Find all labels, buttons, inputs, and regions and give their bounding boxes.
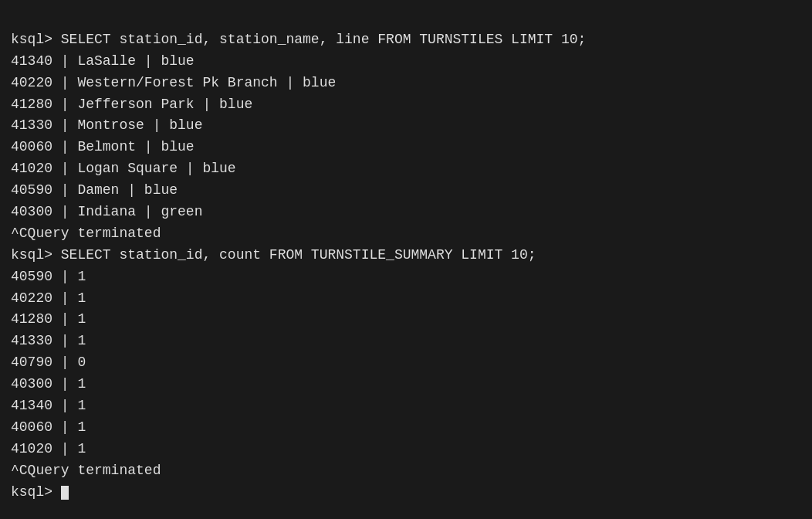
terminal-line-line22: ksql> [11, 482, 801, 504]
terminal-line-line10: ^CQuery terminated [11, 223, 801, 245]
terminal-line-line1: ksql> SELECT station_id, station_name, l… [11, 29, 801, 51]
terminal-cursor [61, 486, 69, 500]
terminal-line-line4: 41280 | Jefferson Park | blue [11, 94, 801, 116]
terminal-line-line17: 40300 | 1 [11, 374, 801, 395]
terminal-line-line6: 40060 | Belmont | blue [11, 137, 801, 158]
terminal-line-line21: ^CQuery terminated [11, 460, 801, 482]
terminal-line-line12: 40590 | 1 [11, 266, 801, 288]
terminal-line-line20: 41020 | 1 [11, 439, 801, 460]
terminal-line-line16: 40790 | 0 [11, 352, 801, 374]
terminal-line-line18: 41340 | 1 [11, 395, 801, 417]
terminal-line-line15: 41330 | 1 [11, 331, 801, 352]
terminal-line-line7: 41020 | Logan Square | blue [11, 158, 801, 180]
terminal-line-line8: 40590 | Damen | blue [11, 180, 801, 202]
terminal-line-line11: ksql> SELECT station_id, count FROM TURN… [11, 245, 801, 266]
terminal-line-line2: 41340 | LaSalle | blue [11, 51, 801, 73]
terminal-line-line19: 40060 | 1 [11, 417, 801, 439]
terminal-line-line14: 41280 | 1 [11, 309, 801, 331]
terminal-line-line3: 40220 | Western/Forest Pk Branch | blue [11, 73, 801, 94]
terminal-line-line9: 40300 | Indiana | green [11, 202, 801, 223]
terminal-line-line13: 40220 | 1 [11, 288, 801, 310]
terminal-line-line5: 41330 | Montrose | blue [11, 115, 801, 137]
terminal-window[interactable]: ksql> SELECT station_id, station_name, l… [0, 0, 812, 519]
